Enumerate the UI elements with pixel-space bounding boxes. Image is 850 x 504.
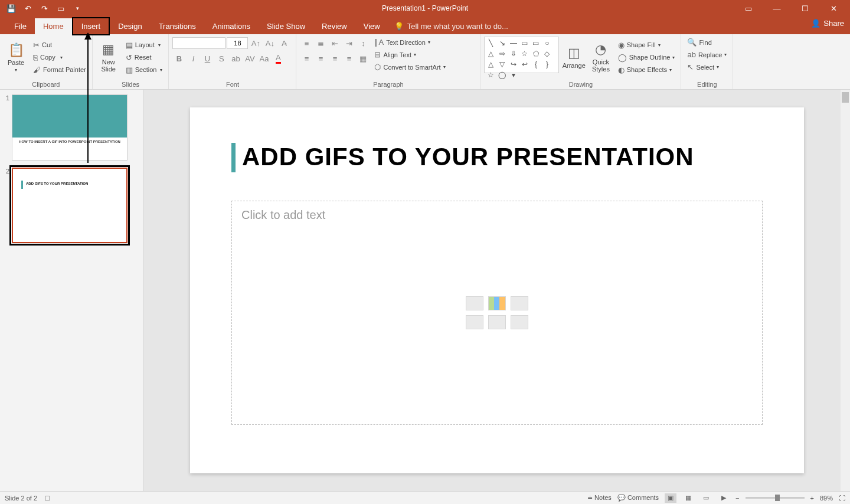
font-size-select[interactable] <box>227 37 248 49</box>
tab-home[interactable]: Home <box>35 18 72 34</box>
content-placeholder[interactable]: Click to add text <box>231 201 763 425</box>
align-text-icon: ⊟ <box>374 50 381 59</box>
tab-view[interactable]: View <box>355 18 388 34</box>
italic-button[interactable]: I <box>187 52 200 65</box>
zoom-level[interactable]: 89% <box>820 495 833 502</box>
slideshow-view-icon[interactable]: ▶ <box>718 493 730 503</box>
arrange-button[interactable]: ◫Arrange <box>561 37 586 78</box>
font-color-button[interactable]: A <box>272 52 285 65</box>
convert-smartart-button[interactable]: ⬡Convert to SmartArt▾ <box>372 61 447 73</box>
tab-review[interactable]: Review <box>313 18 355 34</box>
shapes-gallery[interactable]: ╲↘—▭▭○△ ⇨⇩☆⬠◇△▽ ↪↩{}☆◯▾ <box>484 37 559 73</box>
window-controls: ▭ — ☐ ✕ <box>737 0 850 17</box>
fit-to-window-icon[interactable]: ⛶ <box>839 495 845 502</box>
justify-button[interactable]: ≡ <box>342 52 355 65</box>
notes-button[interactable]: ≐ Notes <box>587 494 612 502</box>
spell-check-icon[interactable]: ▢ <box>44 494 50 502</box>
shape-outline-button[interactable]: ◯Shape Outline▾ <box>616 52 678 63</box>
share-button[interactable]: 👤 Share <box>811 19 844 28</box>
shadow-button[interactable]: ab <box>229 52 242 65</box>
zoom-slider[interactable] <box>746 497 805 499</box>
slide-counter[interactable]: Slide 2 of 2 <box>5 495 37 502</box>
brush-icon: 🖌 <box>33 66 41 74</box>
line-spacing-button[interactable]: ↕ <box>357 37 370 50</box>
group-label: Clipboard <box>4 81 89 89</box>
case-button[interactable]: Aa <box>257 52 270 65</box>
clear-formatting-icon[interactable]: A̶ <box>277 37 290 50</box>
sorter-view-icon[interactable]: ▦ <box>682 493 694 503</box>
strikethrough-button[interactable]: S <box>215 52 228 65</box>
close-icon[interactable]: ✕ <box>822 0 845 17</box>
reset-button[interactable]: ↺Reset <box>123 52 165 63</box>
increase-indent-button[interactable]: ⇥ <box>342 37 355 50</box>
maximize-icon[interactable]: ☐ <box>793 0 817 17</box>
redo-icon[interactable]: ↷ <box>40 4 48 12</box>
insert-online-picture-icon[interactable] <box>488 315 506 329</box>
tab-animations[interactable]: Animations <box>204 18 259 34</box>
scrollbar-thumb[interactable] <box>842 92 849 103</box>
section-button[interactable]: ▥Section▾ <box>123 64 165 76</box>
bold-button[interactable]: B <box>172 52 185 65</box>
comments-button[interactable]: 💬 Comments <box>617 494 659 502</box>
font-family-select[interactable] <box>172 37 225 49</box>
zoom-out-button[interactable]: − <box>735 495 739 502</box>
text-direction-button[interactable]: ‖AText Direction▾ <box>372 37 447 48</box>
thumbnail-1-wrap: 1 HOW TO INSERT A GIF INTO POWERPOINT PR… <box>2 94 141 161</box>
thumbnail-1[interactable]: HOW TO INSERT A GIF INTO POWERPOINT PRES… <box>12 94 128 161</box>
thumbnail-2[interactable]: ADD GIFS TO YOUR PRESENTATION <box>12 168 128 243</box>
format-painter-button[interactable]: 🖌Format Painter <box>31 64 89 76</box>
decrease-indent-button[interactable]: ⇤ <box>328 37 341 50</box>
save-icon[interactable]: 💾 <box>7 4 15 12</box>
spacing-button[interactable]: AV <box>243 52 256 65</box>
insert-smartart-icon[interactable] <box>511 296 528 310</box>
layout-icon: ▤ <box>126 41 133 50</box>
copy-button[interactable]: ⎘Copy▾ <box>31 52 89 63</box>
increase-font-icon[interactable]: A↑ <box>249 37 262 50</box>
replace-icon: ab <box>687 50 695 59</box>
tell-me-search[interactable]: 💡 Tell me what you want to do... <box>388 18 514 34</box>
tab-slideshow[interactable]: Slide Show <box>259 18 313 34</box>
slide-canvas[interactable]: ADD GIFS TO YOUR PRESENTATION Click to a… <box>190 107 804 473</box>
tab-design[interactable]: Design <box>110 18 150 34</box>
ribbon-options-icon[interactable]: ▭ <box>737 0 760 17</box>
reading-view-icon[interactable]: ▭ <box>700 493 712 503</box>
group-drawing: ╲↘—▭▭○△ ⇨⇩☆⬠◇△▽ ↪↩{}☆◯▾ ◫Arrange ◔Quick … <box>480 34 681 89</box>
replace-button[interactable]: abReplace▾ <box>685 49 729 60</box>
insert-chart-icon[interactable] <box>488 296 506 310</box>
align-text-button[interactable]: ⊟Align Text▾ <box>372 49 447 60</box>
decrease-font-icon[interactable]: A↓ <box>263 37 276 50</box>
select-button[interactable]: ↖Select▾ <box>685 61 729 73</box>
undo-icon[interactable]: ↶ <box>24 4 32 12</box>
group-slides: ▦ New Slide ▤Layout▾ ↺Reset ▥Section▾ Sl… <box>93 34 169 89</box>
find-button[interactable]: 🔍Find <box>685 37 729 48</box>
paste-button[interactable]: 📋 Paste ▾ <box>4 37 28 78</box>
thumbnail-2-wrap: 2 ADD GIFS TO YOUR PRESENTATION <box>2 168 141 243</box>
insert-table-icon[interactable] <box>466 296 483 310</box>
tab-transitions[interactable]: Transitions <box>151 18 204 34</box>
align-center-button[interactable]: ≡ <box>314 52 327 65</box>
zoom-in-button[interactable]: + <box>810 495 814 502</box>
insert-picture-icon[interactable] <box>466 315 483 329</box>
quick-styles-button[interactable]: ◔Quick Styles <box>589 37 613 78</box>
align-left-button[interactable]: ≡ <box>300 52 313 65</box>
shape-fill-button[interactable]: ◉Shape Fill▾ <box>616 40 678 51</box>
slide-editor: ADD GIFS TO YOUR PRESENTATION Click to a… <box>144 90 850 491</box>
numbering-button[interactable]: ≣ <box>314 37 327 50</box>
normal-view-icon[interactable]: ▣ <box>665 493 676 503</box>
qat-dropdown-icon[interactable]: ▾ <box>73 4 81 12</box>
vertical-scrollbar[interactable] <box>841 90 850 491</box>
section-icon: ▥ <box>126 66 133 74</box>
columns-button[interactable]: ▦ <box>357 52 370 65</box>
shape-effects-button[interactable]: ◐Shape Effects▾ <box>616 64 678 76</box>
cut-button[interactable]: ✂Cut <box>31 40 89 51</box>
insert-video-icon[interactable] <box>511 315 528 329</box>
new-slide-button[interactable]: ▦ New Slide <box>96 37 121 78</box>
bullets-button[interactable]: ≡ <box>300 37 313 50</box>
underline-button[interactable]: U <box>201 52 214 65</box>
slideshow-icon[interactable]: ▭ <box>57 4 65 12</box>
align-right-button[interactable]: ≡ <box>328 52 341 65</box>
slide-title[interactable]: ADD GIFS TO YOUR PRESENTATION <box>242 143 763 171</box>
layout-button[interactable]: ▤Layout▾ <box>123 40 165 51</box>
tab-file[interactable]: File <box>6 18 35 34</box>
minimize-icon[interactable]: — <box>765 0 789 17</box>
